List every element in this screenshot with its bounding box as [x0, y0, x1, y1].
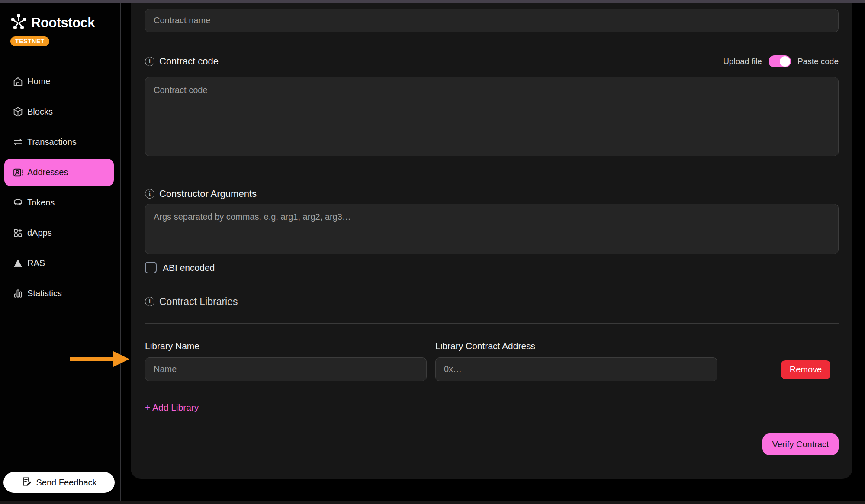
code-source-toggle[interactable] [769, 55, 791, 67]
dapps-icon [12, 228, 23, 239]
window-bottom-strip [0, 501, 865, 504]
sidebar-item-statistics[interactable]: Statistics [4, 280, 114, 307]
sidebar-item-dapps[interactable]: dApps [4, 219, 114, 247]
library-address-input[interactable] [435, 357, 717, 381]
library-row: Library Name Library Contract Address Re… [145, 341, 839, 381]
sidebar-item-label: Home [27, 77, 50, 87]
verify-contract-button[interactable]: Verify Contract [762, 433, 839, 455]
paste-code-label: Paste code [797, 57, 839, 66]
send-feedback-button[interactable]: Send Feedback [3, 472, 115, 493]
addresses-icon [12, 167, 23, 178]
feedback-label: Send Feedback [36, 478, 96, 488]
abi-encoded-checkbox[interactable] [145, 262, 157, 273]
section-divider [145, 323, 839, 324]
add-library-link[interactable]: + Add Library [145, 402, 199, 413]
contract-code-textarea[interactable] [145, 77, 839, 156]
sidebar-item-transactions[interactable]: Transactions [4, 128, 114, 156]
constructor-arguments-textarea[interactable] [145, 204, 839, 254]
statistics-icon [12, 288, 23, 299]
library-address-label: Library Contract Address [435, 341, 717, 350]
toggle-knob [780, 56, 790, 67]
ras-icon [12, 258, 23, 269]
brand-name: Rootstock [31, 15, 95, 31]
sidebar-item-label: dApps [27, 228, 52, 238]
feedback-edit-icon [21, 476, 32, 489]
sidebar-item-tokens[interactable]: Tokens [4, 189, 114, 216]
rootstock-logo-icon [10, 13, 28, 33]
sidebar-item-label: Transactions [27, 137, 77, 147]
constructor-arguments-label: Constructor Arguments [159, 188, 257, 199]
transactions-icon [12, 137, 23, 148]
blocks-icon [12, 106, 23, 118]
brand[interactable]: Rootstock TESTNET [10, 13, 95, 46]
abi-encoded-label: ABI encoded [163, 263, 215, 273]
info-icon: i [145, 297, 154, 306]
sidebar-item-label: Addresses [27, 167, 68, 177]
sidebar-item-label: Blocks [27, 107, 53, 117]
sidebar-item-label: RAS [27, 258, 45, 268]
verify-contract-panel: i Contract code Upload file Paste code i… [131, 3, 852, 479]
remove-library-button[interactable]: Remove [781, 360, 830, 379]
window-top-strip [0, 0, 865, 3]
sidebar-item-label: Tokens [27, 198, 55, 208]
sidebar-nav: Home Blocks Transactions [0, 68, 121, 310]
info-icon: i [145, 189, 154, 199]
annotation-arrow-icon [68, 350, 130, 370]
network-badge: TESTNET [10, 36, 49, 46]
sidebar-item-ras[interactable]: RAS [4, 250, 114, 277]
tokens-icon [12, 197, 23, 209]
sidebar-item-addresses[interactable]: Addresses [4, 159, 114, 186]
library-name-label: Library Name [145, 341, 427, 350]
upload-file-label: Upload file [723, 57, 762, 66]
library-name-input[interactable] [145, 357, 427, 381]
sidebar-item-label: Statistics [27, 289, 62, 299]
contract-libraries-label: Contract Libraries [159, 296, 238, 308]
sidebar-item-home[interactable]: Home [4, 68, 114, 95]
contract-code-label: Contract code [159, 56, 219, 67]
info-icon: i [145, 57, 154, 66]
home-icon [12, 76, 23, 87]
sidebar-item-blocks[interactable]: Blocks [4, 98, 114, 125]
sidebar: Rootstock TESTNET Home Blocks [0, 3, 121, 501]
contract-name-input[interactable] [145, 9, 839, 32]
